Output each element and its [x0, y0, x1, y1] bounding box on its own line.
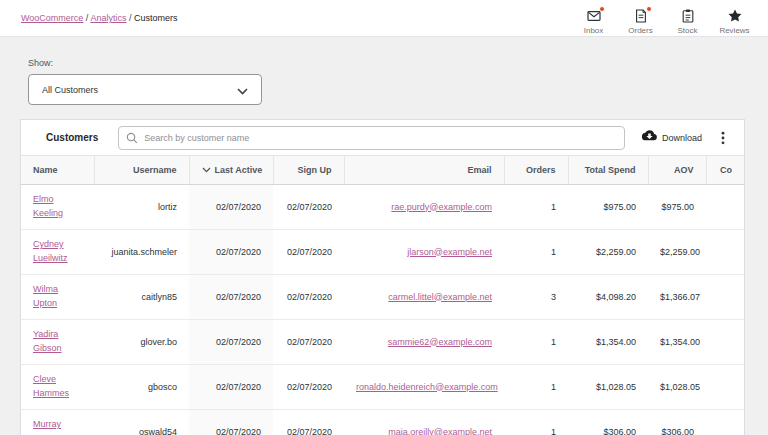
cell-orders: 1	[504, 229, 568, 274]
cell-name: Yadira Gibson	[21, 319, 94, 364]
cell-orders: 1	[504, 409, 568, 435]
search-input[interactable]	[118, 126, 625, 150]
column-header-orders[interactable]: Orders	[504, 156, 568, 184]
dropdown-selected-value: All Customers	[42, 85, 98, 95]
email-link[interactable]: ronaldo.heidenreich@example.com	[356, 382, 498, 392]
cell-email: rae.purdy@example.com	[344, 184, 504, 229]
cell-username: lortiz	[94, 184, 189, 229]
cell-aov: $975.00	[648, 184, 706, 229]
column-header-label: Orders	[526, 165, 556, 175]
panel-item-label: Reviews	[719, 26, 749, 35]
cell-username: oswald54	[94, 409, 189, 435]
cell-last_active: 02/07/2020	[189, 409, 273, 435]
panel-item-reviews[interactable]: Reviews	[711, 2, 758, 35]
column-header-label: Co	[720, 165, 732, 175]
cell-sign_up: 02/07/2020	[273, 409, 344, 435]
column-header-username[interactable]: Username	[94, 156, 189, 184]
column-header-aov[interactable]: AOV	[648, 156, 706, 184]
name-link[interactable]: Elmo Keeling	[33, 194, 63, 218]
email-link[interactable]: jlarson@example.net	[407, 247, 492, 257]
kebab-menu-button[interactable]	[715, 129, 731, 147]
reviews-icon	[727, 8, 743, 24]
cell-aov: $306.00	[648, 409, 706, 435]
table-row: Wilma Uptoncaitlyn8502/07/202002/07/2020…	[21, 274, 744, 319]
email-link[interactable]: sammie62@example.com	[388, 337, 492, 347]
column-header-name[interactable]: Name	[21, 156, 94, 184]
name-link[interactable]: Yadira Gibson	[33, 329, 62, 353]
cell-aov: $1,354.00	[648, 319, 706, 364]
cell-email: maia.oreilly@example.net	[344, 409, 504, 435]
cell-last_active: 02/07/2020	[189, 229, 273, 274]
cell-sign_up: 02/07/2020	[273, 319, 344, 364]
cell-country	[706, 274, 744, 319]
column-header-label: Sign Up	[298, 165, 332, 175]
table-row: Murray Spenceroswald5402/07/202002/07/20…	[21, 409, 744, 435]
name-link[interactable]: Cydney Lueilwitz	[33, 239, 68, 263]
column-header-email[interactable]: Email	[344, 156, 504, 184]
email-link[interactable]: rae.purdy@example.com	[391, 202, 492, 212]
cell-sign_up: 02/07/2020	[273, 184, 344, 229]
column-header-label: Total Spend	[585, 165, 636, 175]
panel-item-label: Inbox	[584, 26, 604, 35]
cell-last_active: 02/07/2020	[189, 364, 273, 409]
cell-aov: $1,366.07	[648, 274, 706, 319]
name-link[interactable]: Cleve Hammes	[33, 374, 69, 398]
cell-total_spend: $975.00	[568, 184, 648, 229]
cell-sign_up: 02/07/2020	[273, 364, 344, 409]
card-header: Customers Download	[21, 120, 744, 156]
column-header-label: Email	[467, 165, 491, 175]
filters-section: Show: All Customers	[28, 58, 768, 105]
cell-email: ronaldo.heidenreich@example.com	[344, 364, 504, 409]
download-button[interactable]: Download	[642, 130, 702, 145]
name-link[interactable]: Wilma Upton	[33, 284, 58, 308]
column-header-last_active[interactable]: Last Active	[189, 156, 273, 184]
column-header-total_spend[interactable]: Total Spend	[568, 156, 648, 184]
cell-total_spend: $4,098.20	[568, 274, 648, 319]
cell-name: Murray Spencer	[21, 409, 94, 435]
ellipsis-vertical-icon	[717, 131, 729, 145]
column-header-label: Last Active	[215, 165, 263, 175]
table-row: Cydney Lueilwitzjuanita.schmeler02/07/20…	[21, 229, 744, 274]
cell-total_spend: $2,259.00	[568, 229, 648, 274]
cell-name: Cleve Hammes	[21, 364, 94, 409]
card-title: Customers	[21, 132, 98, 143]
panel-item-orders[interactable]: Orders	[617, 2, 664, 35]
activity-panel: Inbox Orders Stock Reviews	[570, 2, 758, 35]
column-header-label: Username	[133, 165, 177, 175]
panel-item-inbox[interactable]: Inbox	[570, 2, 617, 35]
email-link[interactable]: carmel.littel@example.net	[388, 292, 492, 302]
unread-badge	[646, 6, 652, 12]
breadcrumb-separator: /	[126, 13, 134, 23]
breadcrumb-item[interactable]: Analytics	[90, 13, 126, 23]
cell-sign_up: 02/07/2020	[273, 229, 344, 274]
cell-total_spend: $1,354.00	[568, 319, 648, 364]
customers-filter-dropdown[interactable]: All Customers	[28, 74, 262, 105]
cell-orders: 1	[504, 364, 568, 409]
panel-item-stock[interactable]: Stock	[664, 2, 711, 35]
cell-last_active: 02/07/2020	[189, 274, 273, 319]
column-header-country[interactable]: Co	[706, 156, 744, 184]
cell-aov: $1,028.05	[648, 364, 706, 409]
table-body: Elmo Keelinglortiz02/07/202002/07/2020ra…	[21, 184, 744, 435]
panel-item-label: Orders	[628, 26, 652, 35]
cell-username: gbosco	[94, 364, 189, 409]
cell-total_spend: $306.00	[568, 409, 648, 435]
cell-orders: 1	[504, 319, 568, 364]
table-row: Cleve Hammesgbosco02/07/202002/07/2020ro…	[21, 364, 744, 409]
cell-total_spend: $1,028.05	[568, 364, 648, 409]
customers-table: NameUsernameLast ActiveSign UpEmailOrder…	[21, 156, 744, 435]
cell-country	[706, 364, 744, 409]
email-link[interactable]: maia.oreilly@example.net	[388, 427, 492, 435]
customers-card: Customers Download NameUsernameLast Acti…	[20, 119, 745, 435]
cell-last_active: 02/07/2020	[189, 319, 273, 364]
show-label: Show:	[28, 58, 768, 68]
table-row: Elmo Keelinglortiz02/07/202002/07/2020ra…	[21, 184, 744, 229]
breadcrumb-item[interactable]: WooCommerce	[21, 13, 83, 23]
cell-last_active: 02/07/2020	[189, 184, 273, 229]
table-row: Yadira Gibsonglover.bo02/07/202002/07/20…	[21, 319, 744, 364]
column-header-sign_up[interactable]: Sign Up	[273, 156, 344, 184]
cell-country	[706, 184, 744, 229]
cell-country	[706, 319, 744, 364]
search-box	[118, 126, 625, 150]
name-link[interactable]: Murray Spencer	[33, 419, 67, 435]
